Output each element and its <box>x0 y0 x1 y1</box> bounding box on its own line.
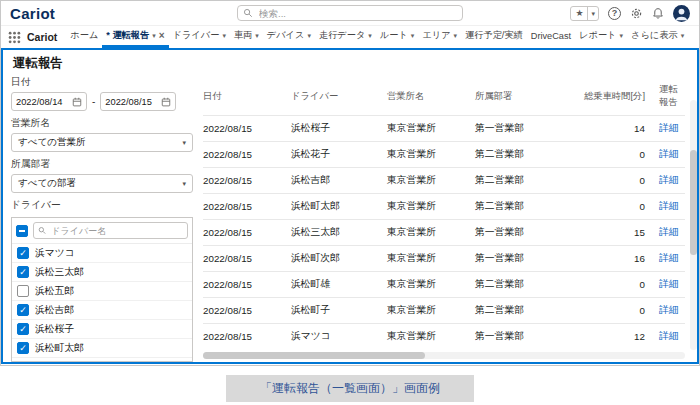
detail-link[interactable]: 詳細 <box>659 122 679 133</box>
navigation-bar: Cariot ホーム * 運転報告 ▾ × ドライバー ▾ 車両 ▾ <box>1 26 699 48</box>
department-select[interactable]: すべての部署 ▾ <box>11 174 193 193</box>
date-to-input[interactable]: 2022/08/15 <box>100 92 176 111</box>
driver-list: 浜マツコ 浜松三太郎 浜松五郎 浜松吉郎 <box>12 244 192 361</box>
help-button[interactable]: ? <box>608 7 621 20</box>
chevron-down-icon[interactable]: ▾ <box>681 32 685 40</box>
cell-driver: 浜松桜子 <box>291 122 387 135</box>
chevron-down-icon[interactable]: ▾ <box>222 32 226 40</box>
driver-list-item[interactable]: 浜松桜子 <box>12 320 192 339</box>
cell-driver: 浜松花子 <box>291 148 387 161</box>
table-row: 2022/08/15 浜松花子 東京営業所 第二営業部 0 詳細 <box>203 141 685 167</box>
nav-tab[interactable]: ルート ▾ <box>376 26 419 48</box>
horizontal-scrollbar-thumb[interactable] <box>203 352 425 359</box>
detail-link[interactable]: 詳細 <box>659 148 679 159</box>
cell-minutes: 12 <box>571 331 649 342</box>
global-header: Cariot ★ ▾ ? <box>1 1 699 26</box>
user-avatar[interactable] <box>673 5 690 22</box>
driver-checkbox[interactable] <box>17 285 29 297</box>
cell-office: 東京営業所 <box>387 174 475 187</box>
office-label: 営業所名 <box>11 117 193 130</box>
driver-list-item[interactable]: 浜松町太郎 <box>12 339 192 358</box>
detail-link[interactable]: 詳細 <box>659 278 679 289</box>
driver-list-item[interactable]: 浜松三太郎 <box>12 263 192 282</box>
detail-link[interactable]: 詳細 <box>659 200 679 211</box>
driver-name: 浜松五郎 <box>35 285 74 298</box>
select-all-checkbox[interactable] <box>16 225 28 237</box>
cell-driver: 浜松吉郎 <box>291 174 387 187</box>
chevron-down-icon[interactable]: ▾ <box>368 32 372 40</box>
vertical-scrollbar[interactable] <box>690 100 697 350</box>
detail-link[interactable]: 詳細 <box>659 174 679 185</box>
nav-tab[interactable]: 運行予定/実績 <box>461 26 527 48</box>
search-input[interactable] <box>257 7 457 20</box>
driver-list-item[interactable]: 浜マツコ <box>12 244 192 263</box>
chevron-down-icon[interactable]: ▾ <box>411 32 415 40</box>
nav-tab[interactable]: 走行データ ▾ <box>315 26 376 48</box>
cell-office: 東京営業所 <box>387 304 475 317</box>
cell-driver: 浜松町子 <box>291 304 387 317</box>
table-header: 日付 ドライバー 営業所名 所属部署 総乗車時間[分] 運転報告 <box>203 74 685 115</box>
caret-down-icon[interactable]: ▾ <box>587 7 598 20</box>
driver-checkbox[interactable] <box>17 323 29 335</box>
global-search[interactable] <box>237 5 463 21</box>
chevron-down-icon[interactable]: ▾ <box>620 32 624 40</box>
table-row: 2022/08/15 浜松町太郎 東京営業所 第二営業部 0 詳細 <box>203 193 685 219</box>
search-icon <box>38 226 46 235</box>
favorites-button[interactable]: ★ ▾ <box>570 6 599 21</box>
nav-tab[interactable]: * 運転報告 ▾ × <box>102 26 168 48</box>
chevron-down-icon[interactable]: ▾ <box>255 32 259 40</box>
column-header-date: 日付 <box>203 90 291 103</box>
chevron-down-icon[interactable]: ▾ <box>307 32 311 40</box>
app-window: Cariot ★ ▾ ? Cariot <box>0 0 700 366</box>
nav-tab[interactable]: レポート ▾ <box>575 26 627 48</box>
detail-link[interactable]: 詳細 <box>659 226 679 237</box>
search-icon <box>243 8 253 18</box>
nav-tab[interactable]: ホーム <box>66 26 102 48</box>
nav-tab-label: * 運転報告 <box>106 29 149 42</box>
nav-tab[interactable]: 車両 ▾ <box>230 26 263 48</box>
driver-search-input[interactable] <box>49 225 183 237</box>
date-from-input[interactable]: 2022/08/14 <box>11 92 87 111</box>
detail-link[interactable]: 詳細 <box>659 304 679 315</box>
driver-name: 浜マツコ <box>35 247 75 260</box>
nav-tab-label: DriveCast <box>531 31 571 41</box>
app-launcher-button[interactable] <box>8 31 21 44</box>
driver-name: 浜松桜子 <box>35 323 74 336</box>
setup-gear-button[interactable] <box>630 7 643 20</box>
nav-tab[interactable]: エリア ▾ <box>418 26 461 48</box>
horizontal-scrollbar[interactable] <box>203 352 685 359</box>
header-actions: ★ ▾ ? <box>570 5 690 22</box>
chevron-down-icon[interactable]: ▾ <box>152 32 156 40</box>
driver-checkbox[interactable] <box>17 304 29 316</box>
table-row: 2022/08/15 浜松町雄 東京営業所 第二営業部 0 詳細 <box>203 271 685 297</box>
driver-checkbox[interactable] <box>17 266 29 278</box>
cell-office: 東京営業所 <box>387 278 475 291</box>
cell-department: 第二営業部 <box>475 304 571 317</box>
vertical-scrollbar-thumb[interactable] <box>690 150 697 255</box>
driver-checkbox[interactable] <box>17 247 29 259</box>
office-select[interactable]: すべての営業所 ▾ <box>11 133 193 152</box>
driver-list-item[interactable]: 浜松吉郎 <box>12 301 192 320</box>
nav-tab-label: 車両 <box>234 29 252 42</box>
cell-office: 東京営業所 <box>387 226 475 239</box>
chevron-down-icon[interactable]: ▾ <box>454 32 458 40</box>
nav-tab[interactable]: さらに表示 ▾ <box>627 26 688 48</box>
driver-checkbox[interactable] <box>17 342 29 354</box>
detail-link[interactable]: 詳細 <box>659 252 679 263</box>
nav-tab[interactable]: DriveCast <box>527 26 575 48</box>
nav-tab[interactable]: デバイス ▾ <box>263 26 315 48</box>
driver-list-item[interactable]: 浜松五郎 <box>12 282 192 301</box>
app-name: Cariot <box>27 31 57 43</box>
nav-tab[interactable]: ドライバー ▾ <box>169 26 230 48</box>
date-range: 2022/08/14 - 2022/08/15 <box>11 92 193 111</box>
cell-office: 東京営業所 <box>387 330 475 343</box>
app-launcher-grid-icon <box>8 31 21 44</box>
close-icon[interactable]: × <box>159 30 165 41</box>
nav-tab-label: レポート <box>579 29 616 42</box>
notifications-bell-button[interactable] <box>652 7 664 20</box>
detail-link[interactable]: 詳細 <box>659 330 679 341</box>
driver-list-item[interactable]: 浜松町次郎 <box>12 358 192 361</box>
date-label: 日付 <box>11 76 193 89</box>
column-header-office: 営業所名 <box>387 90 475 103</box>
driver-search[interactable] <box>33 222 188 239</box>
